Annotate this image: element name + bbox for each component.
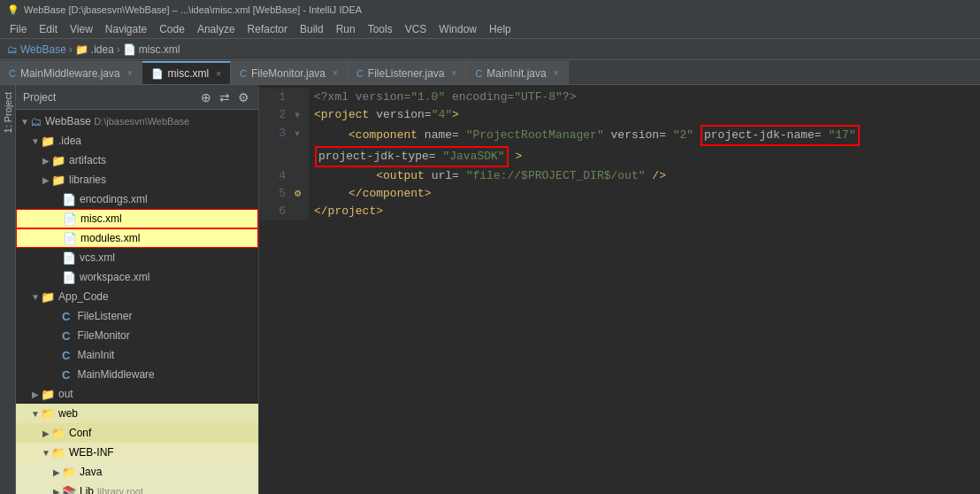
xml-icon-vcs: 📄	[62, 251, 76, 265]
line-gutter-5: ⚙	[295, 185, 309, 203]
tree-item-out[interactable]: ▶ 📁 out	[16, 384, 258, 404]
title-bar: 💡 WebBase [D:\jbasesvn\WebBase] – ...\id…	[0, 0, 980, 19]
sidebar-sync-icon[interactable]: ⇄	[218, 89, 232, 106]
comp-ver-val: "2"	[673, 128, 693, 142]
output-tag: <output	[376, 169, 425, 182]
tree-item-artifacts[interactable]: ▶ 📁 artifacts	[16, 151, 258, 170]
tree-item-workspace[interactable]: 📄 workspace.xml	[16, 267, 258, 287]
folder-icon-web: 📁	[41, 407, 55, 421]
menu-refactor[interactable]: Refactor	[241, 21, 294, 37]
tree-item-modules[interactable]: 📄 modules.xml	[16, 228, 258, 248]
folder-icon-out: 📁	[41, 388, 55, 401]
tree-item-appcode[interactable]: ▼ 📁 App_Code	[16, 287, 258, 306]
menu-vcs[interactable]: VCS	[399, 21, 433, 37]
folder-icon-artifacts: 📁	[51, 154, 65, 167]
lib-icon-lib: 📚	[62, 485, 76, 495]
tree-label-mm: MainMiddleware	[77, 368, 154, 381]
output-url-attr: url=	[432, 169, 459, 182]
line-num-2: 2	[259, 106, 295, 125]
menu-file[interactable]: File	[4, 21, 33, 37]
tab-close-filelistener[interactable]: ×	[452, 68, 457, 78]
line-gutter-2: ▼	[295, 106, 309, 125]
tree-item-webbase[interactable]: ▼ 🗂 WebBase D:\jbasesvn\WebBase	[16, 112, 258, 131]
tab-close-mainmiddleware[interactable]: ×	[127, 68, 133, 78]
tab-java-icon: C	[9, 68, 16, 79]
code-line-4: 4 <output url= "file://$PROJECT_DIR$/out…	[259, 167, 980, 185]
xml-icon-encodings: 📄	[62, 193, 76, 206]
menu-navigate[interactable]: Navigate	[99, 21, 153, 37]
java-icon-fm: C	[62, 329, 70, 343]
menu-code[interactable]: Code	[153, 21, 191, 37]
tree-item-encodings[interactable]: 📄 encodings.xml	[16, 189, 258, 209]
menu-tools[interactable]: Tools	[362, 21, 399, 37]
line-gutter-6	[295, 203, 309, 220]
title-text: WebBase [D:\jbasesvn\WebBase] – ...\idea…	[24, 4, 362, 15]
tree-item-conf[interactable]: ▶ 📁 Conf	[16, 423, 258, 443]
code-line-6: 6 </project>	[259, 203, 980, 220]
tree-item-vcs[interactable]: 📄 vcs.xml	[16, 248, 258, 267]
menu-edit[interactable]: Edit	[33, 21, 64, 37]
breadcrumb-webbase[interactable]: WebBase	[20, 43, 66, 56]
line-gutter-1	[295, 89, 309, 106]
tab-mainmiddleware[interactable]: C MainMiddleware.java ×	[0, 61, 142, 84]
breadcrumb-file[interactable]: misc.xml	[139, 43, 180, 56]
tree-item-java[interactable]: ▶ 📁 Java	[16, 462, 258, 482]
menu-window[interactable]: Window	[433, 21, 483, 37]
menu-help[interactable]: Help	[483, 21, 517, 37]
tree-item-filelistener[interactable]: C FileListener	[16, 306, 258, 326]
comp-tag: <component	[348, 128, 417, 142]
tree-item-libraries[interactable]: ▶ 📁 libraries	[16, 170, 258, 189]
tab-close-filemonitor[interactable]: ×	[333, 68, 338, 78]
tab-misc-xml[interactable]: 📄 misc.xml ×	[142, 61, 232, 84]
folder-icon-conf: 📁	[51, 427, 65, 440]
tab-filemonitor[interactable]: C FileMonitor.java ×	[231, 61, 348, 84]
comp-name-attr: name=	[425, 128, 459, 142]
breadcrumb-idea[interactable]: .idea	[91, 43, 114, 56]
line-num-5: 5	[259, 185, 295, 203]
tree-arrow-webbase: ▼	[19, 117, 30, 127]
tree-item-maininit[interactable]: C MainInit	[16, 345, 258, 365]
breadcrumb-folder-icon: 📁	[75, 43, 88, 56]
tab-maininit[interactable]: C MainInit.java ×	[466, 61, 568, 84]
tree-label-conf: Conf	[69, 427, 91, 439]
sidebar-header: Project ⊕ ⇄ ⚙	[16, 85, 258, 110]
menu-view[interactable]: View	[64, 21, 99, 37]
menu-analyze[interactable]: Analyze	[191, 21, 241, 37]
tab-close-misc[interactable]: ×	[216, 69, 221, 79]
line-content-2: <project version="4">	[309, 106, 980, 125]
tab-label-active: misc.xml	[168, 67, 210, 80]
left-tab-project[interactable]: 1: Project	[1, 89, 15, 136]
line-gutter-4	[295, 167, 309, 185]
tab-close-maininit[interactable]: ×	[554, 68, 559, 78]
sidebar: Project ⊕ ⇄ ⚙ ▼ 🗂 WebBase D:\jbasesvn\We…	[16, 85, 259, 494]
menu-build[interactable]: Build	[294, 21, 330, 37]
menu-run[interactable]: Run	[330, 21, 362, 37]
tree-label-out: out	[58, 388, 73, 400]
project-ver-val: "4"	[432, 108, 452, 121]
tree-label-lib-sublabel: library root	[97, 486, 143, 494]
jdk-name-highlighted: project-jdk-name= "17"	[701, 125, 860, 146]
jdk-type-attr: project-jdk-type=	[318, 150, 436, 163]
indent-4	[314, 169, 369, 182]
line-content-4: <output url= "file://$PROJECT_DIR$/out" …	[309, 167, 980, 185]
tree-item-lib[interactable]: ▶ 📚 Lib library root	[16, 482, 258, 494]
indent-3	[314, 128, 341, 142]
sidebar-settings-icon[interactable]: ⚙	[236, 89, 251, 106]
sidebar-add-icon[interactable]: ⊕	[199, 89, 213, 106]
tree-item-filemonitor[interactable]: C FileMonitor	[16, 326, 258, 345]
line-content-3: <component name= "ProjectRootManager" ve…	[309, 125, 980, 167]
left-tab-strip: 1: Project	[0, 85, 16, 494]
tree-item-misc[interactable]: 📄 misc.xml	[16, 209, 258, 228]
tree-label-lib: Lib	[80, 485, 94, 494]
line-num-4: 4	[259, 167, 295, 185]
tree-arrow-java: ▶	[51, 467, 62, 477]
sidebar-tree: ▼ 🗂 WebBase D:\jbasesvn\WebBase ▼ 📁 .ide…	[16, 110, 258, 494]
tree-item-web[interactable]: ▼ 📁 web	[16, 404, 258, 423]
tree-item-mainmiddleware[interactable]: C MainMiddleware	[16, 365, 258, 384]
tree-item-idea[interactable]: ▼ 📁 .idea	[16, 131, 258, 151]
editor-content[interactable]: 1 <?xml version="1.0" encoding="UTF-8"?>…	[259, 85, 980, 494]
tab-filelistener[interactable]: C FileListener.java ×	[348, 61, 467, 84]
line-content-6: </project>	[309, 203, 980, 220]
tree-item-webinf[interactable]: ▼ 📁 WEB-INF	[16, 443, 258, 462]
tree-arrow-lib: ▶	[51, 487, 62, 495]
